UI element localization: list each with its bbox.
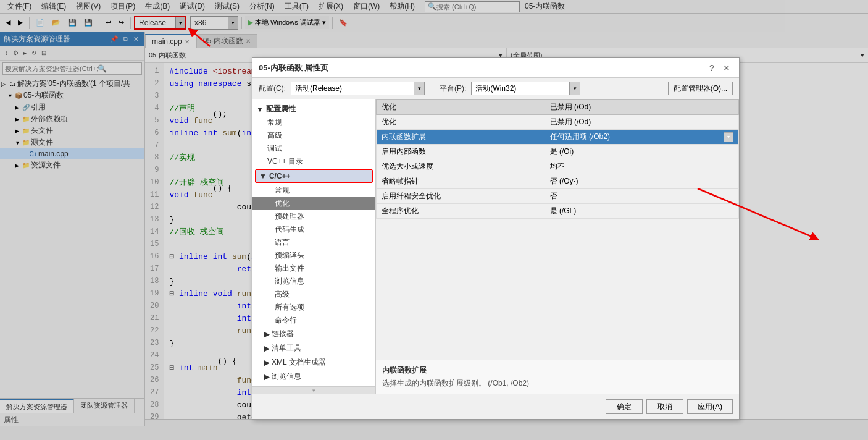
dialog-title-bar: 05-内联函数 属性页 ? ✕: [252, 58, 739, 78]
config-props-label: 配置属性: [266, 104, 296, 114]
tree-debug[interactable]: 调试: [252, 142, 375, 155]
platform-select[interactable]: 活动(Win32): [471, 82, 570, 95]
properties-dialog: 05-内联函数 属性页 ? ✕ 配置(C): 活动(Release) ▾ 平台(…: [252, 57, 740, 420]
prop-val-fiber: 否: [545, 189, 738, 204]
cpp-section-box: ▼ C/C++: [255, 169, 373, 183]
prop-name-whole-prog: 全程序优化: [377, 204, 545, 219]
prop-row-whole-prog[interactable]: 全程序优化 是 (/GL): [377, 204, 739, 219]
config-select[interactable]: 活动(Release): [291, 82, 414, 95]
vc-dir-label: VC++ 目录: [267, 156, 303, 167]
preprocessor-label: 预处理器: [275, 211, 304, 222]
tree-linker[interactable]: ▶ 链接器: [252, 327, 375, 341]
tree-browse2[interactable]: ▶ 浏览信息: [252, 370, 375, 384]
platform-bar-label: 平台(P):: [440, 83, 466, 94]
prop-desc-title: 内联函数扩展: [382, 365, 733, 376]
cpp-arrow: ▼: [259, 172, 267, 180]
prop-name-intrinsic: 启用内部函数: [377, 145, 545, 159]
dialog-close-btn[interactable]: ✕: [720, 62, 733, 74]
prop-row-fiber[interactable]: 启用纤程安全优化 否: [377, 189, 739, 204]
tree-optimization[interactable]: 优化: [252, 197, 375, 210]
cpp-general-label: 常规: [275, 185, 290, 196]
prop-row-favor[interactable]: 优选大小或速度 均不: [377, 159, 739, 174]
prop-val-whole-prog: 是 (/GL): [545, 204, 738, 219]
tree-manifest[interactable]: ▶ 清单工具: [252, 341, 375, 355]
tree-general[interactable]: 常规: [252, 116, 375, 129]
tree-advanced2[interactable]: 高级: [252, 288, 375, 301]
prop-name-inline: 内联函数扩展: [377, 130, 545, 145]
tree-cmdline[interactable]: 命令行: [252, 314, 375, 327]
inline-dropdown[interactable]: 任何适用项 (/Ob2) ▾: [550, 132, 733, 142]
prop-val-optimize: 已禁用 (/Od): [545, 115, 738, 130]
debug-label: 调试: [267, 143, 282, 154]
prop-table: 优化 已禁用 (/Od) 优化 已禁用 (/Od) 内联函数扩展: [376, 99, 739, 219]
prop-description: 内联函数扩展 选择生成的内联函数扩展级别。 (/Ob1, /Ob2): [376, 360, 739, 394]
inline-dropdown-text: 任何适用项 (/Ob2): [550, 132, 724, 142]
advanced-label: 高级: [267, 130, 282, 141]
browse2-label: 浏览信息: [272, 371, 301, 382]
config-select-arrow[interactable]: ▾: [414, 82, 425, 95]
tree-vc-dir[interactable]: VC++ 目录: [252, 155, 375, 168]
pch-label: 预编译头: [275, 250, 304, 261]
prop-tree-panel: ▼ 配置属性 常规 高级 调试 VC++ 目录: [252, 99, 376, 394]
tree-cpp-general[interactable]: 常规: [252, 184, 375, 197]
dialog-cancel-btn[interactable]: 取消: [646, 399, 683, 414]
prop-val-fp: 否 (/Oy-): [545, 174, 738, 189]
config-manager-btn[interactable]: 配置管理器(O)...: [668, 82, 733, 95]
tree-all-opts[interactable]: 所有选项: [252, 301, 375, 314]
manifest-arrow: ▶: [264, 344, 269, 353]
prop-name-favor: 优选大小或速度: [377, 159, 545, 174]
codegen-label: 代码生成: [275, 224, 304, 235]
tree-advanced[interactable]: 高级: [252, 129, 375, 142]
prop-row-intrinsic[interactable]: 启用内部函数 是 (/Oi): [377, 145, 739, 159]
prop-col-value: 已禁用 (/Od): [545, 100, 738, 115]
dialog-help-btn[interactable]: ?: [706, 62, 718, 74]
dialog-config-bar: 配置(C): 活动(Release) ▾ 平台(P): 活动(Win32) ▾ …: [252, 78, 739, 99]
general-label: 常规: [267, 117, 282, 128]
tree-pch[interactable]: 预编译头: [252, 249, 375, 262]
tree-language[interactable]: 语言: [252, 236, 375, 249]
dialog-title-buttons: ? ✕: [706, 62, 733, 74]
tree-config-props[interactable]: ▼ 配置属性: [252, 102, 375, 116]
cmdline-label: 命令行: [275, 315, 297, 326]
config-bar-label: 配置(C):: [259, 83, 286, 94]
language-label: 语言: [275, 237, 290, 248]
tree-browse[interactable]: 浏览信息: [252, 275, 375, 288]
config-select-group: 活动(Release) ▾: [291, 82, 425, 95]
tree-preprocessor[interactable]: 预处理器: [252, 210, 375, 223]
prop-row-inline[interactable]: 内联函数扩展 任何适用项 (/Ob2) ▾: [377, 130, 739, 145]
platform-select-group: 活动(Win32) ▾: [471, 82, 580, 95]
prop-name-fiber: 启用纤程安全优化: [377, 189, 545, 204]
prop-val-favor: 均不: [545, 159, 738, 174]
all-opts-label: 所有选项: [275, 302, 304, 313]
linker-label: 链接器: [272, 329, 294, 339]
manifest-label: 清单工具: [272, 343, 301, 353]
linker-arrow: ▶: [264, 330, 269, 339]
output-label: 输出文件: [275, 263, 304, 274]
tree-xml-gen[interactable]: ▶ XML 文档生成器: [252, 355, 375, 370]
dialog-apply-btn[interactable]: 应用(A): [687, 399, 733, 414]
tree-output[interactable]: 输出文件: [252, 262, 375, 275]
prop-row-optimize[interactable]: 优化 已禁用 (/Od): [377, 115, 739, 130]
prop-desc-text: 选择生成的内联函数扩展级别。 (/Ob1, /Ob2): [382, 378, 733, 389]
tree-scroll-indicator: ▾: [252, 386, 375, 394]
tree-codegen[interactable]: 代码生成: [252, 223, 375, 236]
dialog-ok-btn[interactable]: 确定: [606, 399, 643, 414]
prop-name-fp: 省略帧指针: [377, 174, 545, 189]
prop-col-name: 优化: [377, 100, 545, 115]
config-props-arrow: ▼: [256, 105, 264, 114]
prop-tree-scroll: ▼ 配置属性 常规 高级 调试 VC++ 目录: [252, 99, 375, 386]
prop-row-fp[interactable]: 省略帧指针 否 (/Oy-): [377, 174, 739, 189]
properties-panel: 优化 已禁用 (/Od) 优化 已禁用 (/Od) 内联函数扩展: [376, 99, 739, 394]
browse2-arrow: ▶: [264, 373, 269, 381]
cpp-label: C/C++: [269, 172, 291, 180]
prop-name-optimize: 优化: [377, 115, 545, 130]
prop-val-inline[interactable]: 任何适用项 (/Ob2) ▾: [545, 130, 738, 145]
dialog-body: ▼ 配置属性 常规 高级 调试 VC++ 目录: [252, 99, 739, 394]
xml-gen-label: XML 文档生成器: [272, 357, 326, 368]
optimization-label: 优化: [275, 198, 290, 209]
browse-label: 浏览信息: [275, 276, 304, 287]
platform-select-arrow[interactable]: ▾: [569, 82, 580, 95]
inline-dropdown-btn[interactable]: ▾: [724, 132, 733, 142]
prop-table-header: 优化 已禁用 (/Od): [377, 100, 739, 115]
tree-cpp[interactable]: ▼ C/C++: [256, 170, 372, 182]
